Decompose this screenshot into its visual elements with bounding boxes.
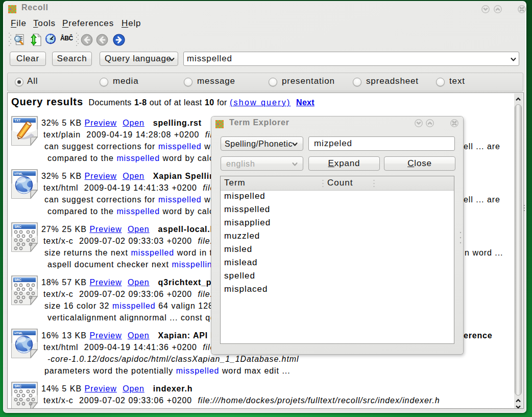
svg-text:SRC: SRC bbox=[14, 384, 21, 388]
svg-text:SRC: SRC bbox=[14, 278, 21, 282]
svg-text:SRC: SRC bbox=[14, 225, 21, 228]
svg-text:HTML: HTML bbox=[14, 172, 23, 175]
svg-text:HTML: HTML bbox=[14, 332, 23, 335]
svg-text:TXT: TXT bbox=[14, 119, 20, 122]
